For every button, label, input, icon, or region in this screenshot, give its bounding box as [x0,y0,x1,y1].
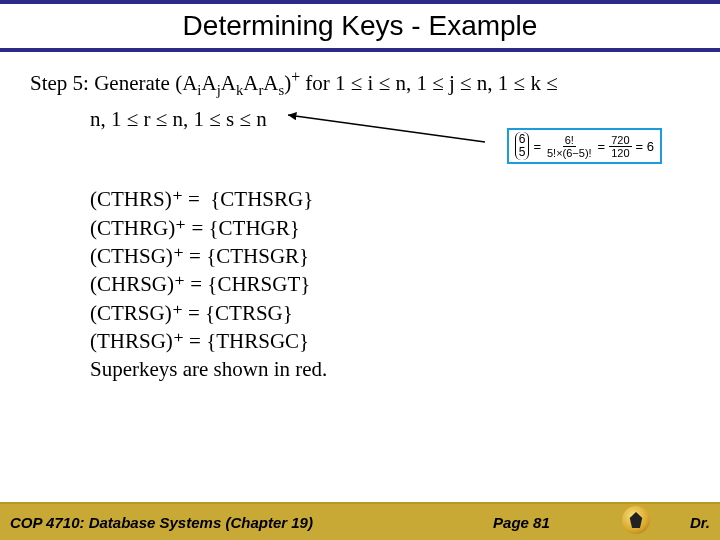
step-tail: for 1 ≤ i ≤ n, 1 ≤ j ≤ n, 1 ≤ k ≤ [300,71,558,95]
binomial-formula: 6 5 = 6! 5!×(6−5)! = 720 120 = 6 [507,128,662,164]
frac-2: 720 120 [609,134,631,159]
sup-plus: + [291,68,300,85]
footer-course: COP 4710: Database Systems (Chapter 19) [10,514,313,531]
f2-num: 720 [609,134,631,147]
eq1: = [533,140,541,153]
closure-line: Superkeys are shown in red. [90,355,690,383]
footer-bar: COP 4710: Database Systems (Chapter 19) … [0,502,720,540]
step-prefix: Step 5: Generate (A [30,71,197,95]
content-area: Step 5: Generate (AiAjAkArAs)+ for 1 ≤ i… [0,52,720,384]
f1-den: 5!×(6−5)! [545,147,594,159]
frac-1: 6! 5!×(6−5)! [545,134,594,159]
title-bar: Determining Keys - Example [0,0,720,52]
footer-author: Dr. [690,514,710,531]
slide-title: Determining Keys - Example [183,10,538,41]
f2-den: 120 [609,147,631,159]
closure-line: (CTHSG)⁺ = {CTHSGR} [90,242,690,270]
step-line-1: Step 5: Generate (AiAjAkArAs)+ for 1 ≤ i… [30,66,690,101]
closure-line: (THRSG)⁺ = {THRSGC} [90,327,690,355]
slide: Determining Keys - Example Step 5: Gener… [0,0,720,540]
a4: A [243,71,258,95]
closure-line: (CTRSG)⁺ = {CTRSG} [90,299,690,327]
f1-num: 6! [563,134,576,147]
binom-bot: 5 [519,146,526,159]
eq3: = 6 [636,140,654,153]
a3: A [221,71,236,95]
ucf-logo [622,506,650,534]
closure-line: (CTHRG)⁺ = {CTHGR} [90,214,690,242]
a2: A [201,71,216,95]
pegasus-icon [629,512,643,528]
eq2: = [598,140,606,153]
closure-line: (CHRSG)⁺ = {CHRSGT} [90,270,690,298]
closure-line: (CTHRS)⁺ = {CTHSRG} [90,185,690,213]
binom-paren: 6 5 [515,132,530,160]
closure-block: (CTHRS)⁺ = {CTHSRG} (CTHRG)⁺ = {CTHGR} (… [90,185,690,383]
a5: A [263,71,278,95]
